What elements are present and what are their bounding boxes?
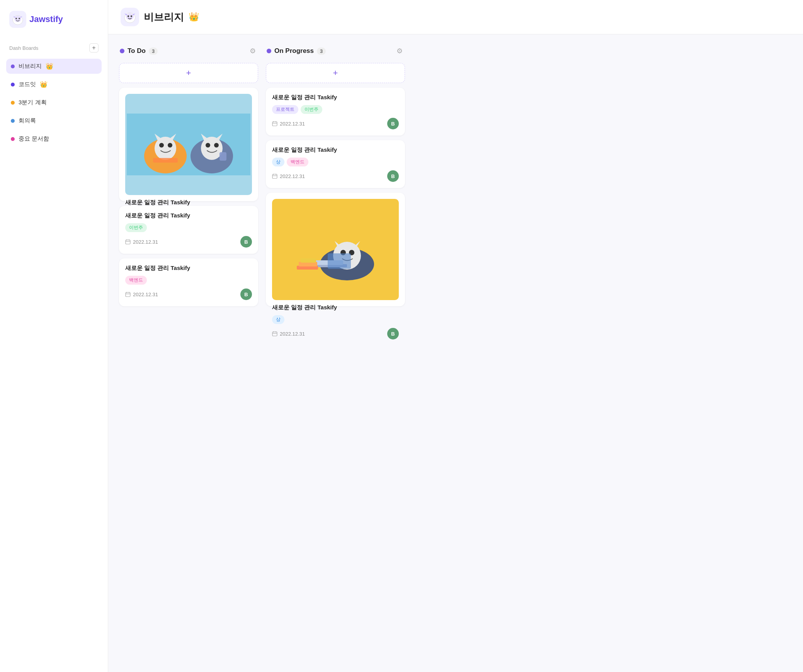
svg-rect-20 [219, 152, 226, 161]
sidebar-dot [11, 119, 15, 123]
header-logo-icon [121, 8, 139, 26]
svg-rect-15 [153, 158, 178, 163]
add-board-button[interactable]: + [89, 43, 99, 53]
column-onprogress-title: On Progress [274, 47, 314, 55]
column-todo: To Do 3 ⚙ + [119, 44, 258, 663]
main-area: 비브리지 👑 To Do 3 ⚙ + [108, 0, 803, 672]
card-footer: 2022.12.31 B [272, 170, 399, 182]
sidebar-item-label: 비브리지 [19, 63, 42, 70]
card-tags: 상 [272, 315, 399, 324]
card-footer: 2022.12.31 B [125, 236, 252, 248]
svg-point-8 [128, 15, 129, 17]
card-tags: 백엔드 [125, 276, 252, 285]
svg-rect-29 [126, 292, 130, 297]
app-name: Jawstify [29, 14, 63, 24]
sidebar-section-label: Dash Boards [9, 45, 38, 51]
svg-point-4 [19, 18, 20, 19]
svg-rect-51 [301, 258, 316, 263]
card-title: 새로운 일정 관리 Taskify [272, 304, 399, 311]
table-row: 새로운 일정 관리 Taskify 이번주 2022.12.31 B [119, 206, 258, 254]
column-onprogress-header: On Progress 3 ⚙ [266, 44, 405, 58]
card-date: 2022.12.31 [125, 239, 158, 245]
card-tags: 프로젝트 이번주 [272, 105, 399, 114]
card-tag: 프로젝트 [272, 105, 298, 114]
svg-point-19 [214, 143, 219, 148]
column-todo-count: 3 [149, 48, 158, 55]
column-onprogress-settings-button[interactable]: ⚙ [395, 45, 404, 57]
board-area: To Do 3 ⚙ + [108, 34, 803, 672]
svg-point-14 [168, 143, 172, 148]
card-date-text: 2022.12.31 [280, 331, 305, 337]
card-footer: 2022.12.31 B [272, 328, 399, 339]
column-todo-settings-button[interactable]: ⚙ [248, 45, 257, 57]
card-tag: 이번주 [301, 105, 322, 114]
avatar: B [240, 236, 252, 248]
app-logo-icon [9, 11, 26, 28]
main-header: 비브리지 👑 [108, 0, 803, 34]
table-row: 새로운 일정 관리 Taskify 프로젝트 이번주 2022.12.31 B [266, 88, 405, 136]
add-onprogress-card-button[interactable]: + [266, 63, 405, 83]
calendar-icon [125, 239, 131, 244]
column-todo-dot [120, 49, 124, 53]
card-image [272, 199, 399, 300]
card-title: 새로운 일정 관리 Taskify [272, 146, 399, 154]
column-todo-title-group: To Do 3 [120, 47, 158, 55]
card-title: 새로운 일정 관리 Taskify [125, 212, 252, 219]
avatar: B [387, 170, 399, 182]
avatar: B [387, 118, 399, 129]
page-title: 비브리지 [144, 10, 184, 24]
sidebar-dot [11, 137, 15, 141]
column-onprogress-count: 3 [317, 48, 326, 55]
column-onprogress: On Progress 3 ⚙ + 새로운 일정 관리 Taskify 프로젝트… [266, 44, 405, 663]
svg-rect-33 [272, 122, 277, 126]
card-tag: 백엔드 [125, 276, 147, 285]
header-crown-emoji: 👑 [189, 12, 199, 22]
column-onprogress-dot [267, 49, 271, 53]
column-todo-header: To Do 3 ⚙ [119, 44, 258, 58]
sidebar-item-label: 3분기 계획 [19, 99, 47, 106]
sidebar-item-label: 중요 문서함 [19, 135, 49, 143]
sidebar-section-header: Dash Boards + [6, 42, 102, 54]
sidebar-dot [11, 101, 15, 105]
svg-point-3 [15, 18, 17, 19]
svg-point-18 [206, 143, 210, 148]
card-date-text: 2022.12.31 [280, 173, 305, 179]
sidebar-item-label: 코드잇 [19, 81, 36, 88]
svg-point-9 [131, 15, 132, 17]
card-title: 새로운 일정 관리 Taskify [125, 265, 252, 272]
avatar: B [240, 288, 252, 300]
sidebar-item-important[interactable]: 중요 문서함 [6, 131, 102, 146]
sidebar-item-bibeuji[interactable]: 비브리지 👑 [6, 59, 102, 74]
sidebar-logo: Jawstify [6, 9, 102, 29]
svg-rect-37 [272, 174, 277, 178]
svg-rect-10 [127, 114, 250, 175]
card-date-text: 2022.12.31 [280, 121, 305, 127]
table-row: 새로운 일정 관리 Taskify 상 2022.12.31 B [266, 193, 405, 306]
calendar-icon [272, 121, 277, 126]
svg-point-13 [159, 143, 164, 148]
card-tag: 상 [272, 158, 284, 166]
column-todo-title: To Do [128, 47, 146, 55]
card-title: 새로운 일정 관리 Taskify [125, 199, 252, 206]
sidebar-item-emoji: 👑 [40, 81, 48, 88]
sidebar-item-q3plan[interactable]: 3분기 계획 [6, 95, 102, 110]
calendar-icon [125, 292, 131, 297]
table-row: 새로운 일정 관리 Taskify 프로젝트 2022.12.31 B [119, 88, 258, 201]
svg-rect-52 [272, 332, 277, 336]
add-todo-card-button[interactable]: + [119, 63, 258, 83]
sidebar-item-minutes[interactable]: 회의록 [6, 113, 102, 128]
sidebar-item-codeit[interactable]: 코드잇 👑 [6, 77, 102, 92]
sidebar: Jawstify Dash Boards + 비브리지 👑 코드잇 👑 3분기 … [0, 0, 108, 672]
card-tags: 이번주 [125, 223, 252, 232]
card-date-text: 2022.12.31 [133, 239, 158, 245]
card-image [125, 94, 252, 195]
svg-rect-25 [126, 240, 130, 244]
avatar: B [387, 328, 399, 339]
card-date: 2022.12.31 [272, 173, 305, 179]
card-date: 2022.12.31 [125, 292, 158, 297]
card-title: 새로운 일정 관리 Taskify [272, 94, 399, 101]
card-footer: 2022.12.31 B [125, 288, 252, 300]
card-date-text: 2022.12.31 [133, 292, 158, 297]
card-date: 2022.12.31 [272, 331, 305, 337]
card-tags: 상 백엔드 [272, 158, 399, 166]
